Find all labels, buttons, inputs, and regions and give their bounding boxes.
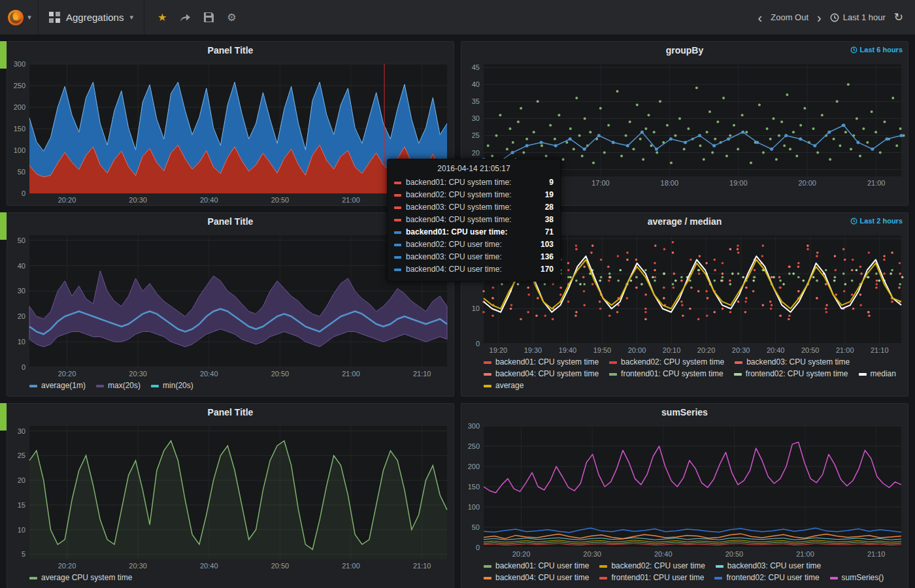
panel-time-badge[interactable]: Last 2 hours	[850, 217, 903, 225]
svg-text:21:10: 21:10	[413, 562, 431, 570]
legend-item[interactable]: backend02: CPU system time	[609, 357, 724, 367]
svg-text:30: 30	[18, 287, 25, 295]
svg-text:250: 250	[468, 442, 480, 450]
panel-sumseries: sumSeries 20:2020:3020:4020:5021:0021:10…	[461, 403, 908, 588]
legend-item[interactable]: max(20s)	[96, 381, 141, 391]
svg-text:20:30: 20:30	[732, 346, 750, 354]
tooltip-rows: backend01: CPU system time:9backend02: C…	[394, 176, 554, 276]
svg-text:20:20: 20:20	[58, 196, 76, 204]
legend-item[interactable]: frontend02: CPU system time	[734, 369, 848, 379]
panel-title[interactable]: Panel Title	[208, 216, 254, 227]
legend-item[interactable]: backend03: CPU system time	[735, 357, 850, 367]
panel-title[interactable]: sumSeries	[661, 407, 708, 417]
svg-text:35: 35	[472, 97, 480, 105]
tooltip-row: backend03: CPU user time:136	[394, 251, 554, 263]
legend-item[interactable]: backend04: CPU system time	[484, 369, 599, 379]
dashboard-picker[interactable]: Aggregations ▾	[39, 0, 144, 35]
refresh-button[interactable]: ↻	[894, 10, 903, 24]
svg-text:20: 20	[472, 149, 480, 157]
svg-text:30: 30	[472, 114, 480, 122]
legend-item[interactable]: backend03: CPU user time	[716, 561, 821, 571]
refresh-icon: ↻	[894, 11, 903, 24]
zoom-out-button[interactable]: Zoom Out	[771, 12, 808, 22]
panel-header[interactable]: Panel Title	[7, 404, 454, 421]
svg-text:20: 20	[18, 312, 25, 320]
legend-label: min(20s)	[163, 381, 193, 391]
legend-item[interactable]: frontend02: CPU user time	[714, 573, 819, 583]
panel-title[interactable]: Panel Title	[208, 45, 254, 56]
clock-icon	[850, 218, 857, 225]
svg-text:50: 50	[18, 168, 25, 176]
panel-header[interactable]: sumSeries	[461, 404, 908, 421]
caret-down-icon: ▾	[129, 13, 133, 22]
caret-down-icon: ▾	[27, 13, 31, 22]
legend-item[interactable]: average	[484, 381, 524, 391]
legend-label: backend03: CPU user time	[727, 561, 821, 571]
legend-item[interactable]: backend01: CPU user time	[484, 561, 589, 571]
chart[interactable]: 20:2020:3020:4020:5021:0021:100501001502…	[461, 421, 908, 559]
legend-item[interactable]: median	[859, 369, 896, 379]
panel-title[interactable]: average / median	[648, 216, 722, 227]
panel-title[interactable]: groupBy	[666, 45, 704, 56]
settings-button[interactable]: ⚙	[227, 12, 236, 23]
row-toggle-handle[interactable]	[0, 403, 7, 431]
tooltip-row: backend04: CPU user time:170	[394, 263, 554, 276]
grafana-logo[interactable]: ▾	[0, 0, 39, 35]
legend-item[interactable]: backend04: CPU user time	[484, 573, 589, 583]
svg-text:20:40: 20:40	[200, 196, 218, 204]
dashboard: Panel Title 20:2020:3020:4020:5021:0021:…	[0, 41, 908, 588]
svg-text:50: 50	[472, 523, 480, 531]
svg-text:5: 5	[22, 550, 25, 558]
panel-time-label: Last 2 hours	[860, 217, 903, 225]
svg-text:10: 10	[18, 526, 25, 534]
legend-series-icon	[484, 577, 491, 580]
svg-text:25: 25	[472, 131, 480, 139]
legend-item[interactable]: backend01: CPU system time	[484, 357, 599, 367]
legend-item[interactable]: average CPU system time	[29, 573, 132, 583]
chart[interactable]: 20:2020:3020:4020:5021:0021:105101520253…	[7, 421, 454, 571]
svg-text:21:00: 21:00	[342, 370, 360, 378]
time-forward-button[interactable]: ›	[817, 11, 822, 24]
panel-time-badge[interactable]: Last 6 hours	[850, 46, 903, 54]
legend-label: backend03: CPU system time	[746, 357, 850, 367]
time-range-label: Last 1 hour	[843, 12, 886, 22]
time-back-button[interactable]: ‹	[758, 11, 763, 24]
svg-text:20:30: 20:30	[129, 196, 147, 204]
svg-text:40: 40	[18, 262, 25, 270]
legend-label: sumSeries()	[842, 573, 884, 583]
svg-text:17:00: 17:00	[591, 179, 610, 187]
legend-item[interactable]: backend02: CPU user time	[599, 561, 705, 571]
time-range-picker[interactable]: Last 1 hour	[830, 12, 886, 22]
clock-icon	[830, 13, 839, 22]
save-icon	[204, 12, 214, 22]
svg-text:21:00: 21:00	[867, 179, 886, 187]
legend-item[interactable]: sumSeries()	[830, 573, 884, 583]
star-button[interactable]: ★	[158, 12, 167, 23]
legend-label: backend02: CPU user time	[611, 561, 705, 571]
svg-text:10: 10	[18, 338, 25, 346]
dashboard-toolbar: ★ ⚙	[144, 12, 250, 23]
svg-text:20:40: 20:40	[654, 550, 673, 558]
legend-item[interactable]: frontend01: CPU user time	[599, 573, 704, 583]
panel-header[interactable]: groupBy Last 6 hours	[461, 42, 908, 59]
panel-title[interactable]: Panel Title	[208, 407, 254, 417]
tooltip-row: backend01: CPU system time:9	[394, 176, 554, 189]
svg-text:20:50: 20:50	[725, 550, 744, 558]
legend-item[interactable]: min(20s)	[151, 381, 193, 391]
svg-text:300: 300	[14, 60, 25, 68]
svg-text:21:10: 21:10	[871, 346, 889, 354]
legend-label: backend02: CPU system time	[621, 357, 724, 367]
legend-item[interactable]: frontend01: CPU system time	[609, 369, 724, 379]
panel-header[interactable]: Panel Title	[7, 42, 454, 59]
row-toggle-handle[interactable]	[0, 212, 7, 240]
svg-text:200: 200	[14, 103, 25, 111]
share-button[interactable]	[180, 12, 191, 22]
svg-text:21:00: 21:00	[342, 196, 360, 204]
svg-text:15: 15	[18, 501, 25, 509]
legend-label: frontend02: CPU system time	[746, 369, 848, 379]
row-toggle-handle[interactable]	[0, 41, 7, 69]
svg-text:20:20: 20:20	[512, 550, 531, 558]
legend-series-icon	[484, 361, 491, 364]
save-button[interactable]	[204, 12, 214, 22]
legend-item[interactable]: average(1m)	[29, 381, 86, 391]
